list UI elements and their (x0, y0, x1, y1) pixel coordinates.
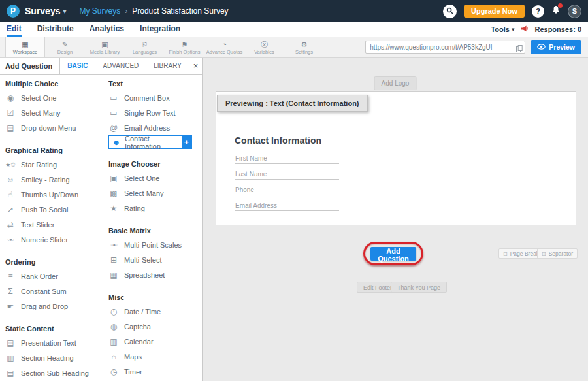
add-question-sidebar: Add Question BASICADVANCEDLIBRARY × Mult… (0, 58, 203, 381)
upgrade-now-button[interactable]: Upgrade Now (464, 5, 525, 18)
sidebar-tab-library[interactable]: LIBRARY (146, 58, 189, 74)
breadcrumb-my-surveys[interactable]: My Surveys (80, 7, 121, 16)
question-type-select-many[interactable]: ▩Select Many (108, 186, 201, 201)
question-type-multi-point-scales[interactable]: ○●○Multi-Point Scales (108, 237, 201, 252)
question-type-star-rating[interactable]: ★✩Star Rating (5, 157, 108, 172)
toolbar-tab-finish-options[interactable]: ⚑Finish Options (165, 37, 204, 57)
question-type-label: Captcha (124, 323, 151, 331)
nav-tab-distribute[interactable]: Distribute (37, 22, 74, 37)
question-type-rank-order[interactable]: ≡Rank Order (5, 269, 108, 284)
question-type-label: Text Slider (21, 221, 54, 229)
question-type-comment-box[interactable]: ▭Comment Box (108, 90, 201, 105)
add-selected-question-button[interactable]: + (182, 136, 191, 148)
section-subheading-icon: ▤ (5, 369, 16, 378)
help-button[interactable]: ? (532, 5, 544, 18)
workspace-toolbar: ▦Workspace✎Design▣Media Library⚐Language… (0, 37, 588, 58)
survey-url-input[interactable] (365, 41, 525, 54)
previewing-badge: Previewing : Text (Contact Information) (217, 95, 368, 112)
question-type-label: Single Row Text (124, 109, 176, 117)
sidebar-tabs: BASICADVANCEDLIBRARY (59, 58, 189, 74)
question-type-drag-and-drop[interactable]: ☛Drag and Drop (5, 299, 108, 314)
question-type-select-one[interactable]: ◉Select One (5, 90, 108, 105)
image-select-many-icon: ▩ (108, 189, 119, 198)
image-select-one-icon: ▣ (108, 174, 119, 183)
copy-link-icon[interactable] (516, 43, 523, 55)
question-type-label: Select One (21, 94, 56, 102)
question-type-presentation-text[interactable]: ▤Presentation Text (5, 335, 108, 350)
separator-button[interactable]: ⊞ Separator (537, 248, 578, 259)
question-type-select-many[interactable]: ☑Select Many (5, 105, 108, 120)
question-type-push-to-social[interactable]: ↗Push To Social (5, 202, 108, 217)
questionpro-logo[interactable]: P (7, 5, 20, 18)
question-type-label: Thumbs Up/Down (21, 191, 78, 199)
question-type-constant-sum[interactable]: ΣConstant Sum (5, 284, 108, 299)
question-type-thumbs-up-down[interactable]: ☝Thumbs Up/Down (5, 187, 108, 202)
question-type-contact-information[interactable]: ☻Contact Information+ (108, 135, 192, 149)
question-col-2: Text▭Comment Box▭Single Row Text@Email A… (108, 76, 201, 381)
question-type-text-slider[interactable]: ⇄Text Slider (5, 217, 108, 232)
toolbar-tab-advance-quotas[interactable]: ◔Advance Quotas (204, 37, 244, 57)
toolbar-tab-settings[interactable]: ⚙Settings (284, 37, 324, 57)
question-type-single-row-text[interactable]: ▭Single Row Text (108, 105, 201, 120)
calendar-icon: ▥ (108, 337, 119, 346)
nav-tab-analytics[interactable]: Analytics (90, 22, 124, 37)
question-type-drop-down-menu[interactable]: ▤Drop-down Menu (5, 120, 108, 135)
toolbar-tab-label: Variables (254, 49, 274, 55)
question-type-label: Push To Social (21, 206, 69, 214)
page-break-icon: ⊟ (503, 251, 508, 257)
question-type-maps[interactable]: ⌂Maps (108, 349, 201, 364)
toolbar-tab-variables[interactable]: ⓧVariables (244, 37, 284, 57)
question-type-label: Drop-down Menu (21, 124, 76, 132)
toolbar-tab-languages[interactable]: ⚐Languages (125, 37, 165, 57)
surveys-menu[interactable]: Surveys ▾ (25, 6, 67, 16)
field-last-name[interactable]: Last Name (235, 171, 339, 180)
multi-point-scales-icon: ○●○ (108, 240, 119, 250)
contact-person-icon: ☻ (111, 138, 122, 147)
field-phone[interactable]: Phone (235, 186, 339, 195)
close-sidebar-button[interactable]: × (189, 58, 202, 74)
nav-tab-edit[interactable]: Edit (7, 22, 22, 37)
field-first-name[interactable]: First Name (235, 155, 339, 164)
chevron-down-icon: ▾ (63, 8, 66, 15)
question-type-label: Calendar (124, 338, 154, 346)
preview-button[interactable]: Preview (531, 40, 581, 54)
question-type-spreadsheet[interactable]: ▦Spreadsheet (108, 267, 201, 282)
notifications-button[interactable] (551, 5, 561, 17)
question-type-section-heading[interactable]: ▥Section Heading (5, 350, 108, 365)
toolbar-tab-label: Workspace (13, 49, 37, 55)
question-type-date-time[interactable]: ◴Date / Time (108, 304, 201, 319)
field-email-address[interactable]: Email Address (235, 202, 339, 211)
section-heading-icon: ▥ (5, 354, 16, 363)
question-type-label: Select One (124, 174, 159, 182)
text-slider-icon: ⇄ (5, 220, 16, 229)
avatar[interactable]: S (568, 5, 581, 18)
tools-menu[interactable]: Tools ▾ (491, 25, 514, 33)
add-logo-button[interactable]: Add Logo (374, 76, 417, 90)
question-type-timer[interactable]: ◷Timer (108, 364, 201, 379)
question-type-section-sub-heading[interactable]: ▤Section Sub-Heading (5, 365, 108, 380)
announcements-icon[interactable] (521, 25, 528, 33)
toolbar-tab-workspace[interactable]: ▦Workspace (5, 37, 45, 57)
sidebar-title: Add Question (0, 58, 59, 74)
question-type-select-one[interactable]: ▣Select One (108, 171, 201, 186)
question-type-captcha[interactable]: ◍Captcha (108, 319, 201, 334)
sidebar-tab-advanced[interactable]: ADVANCED (95, 58, 146, 74)
question-type-email-address[interactable]: @Email Address (108, 120, 201, 135)
search-button[interactable] (443, 5, 457, 18)
question-type-rating[interactable]: ★Rating (108, 201, 201, 216)
toolbar-tab-media-library[interactable]: ▣Media Library (85, 37, 125, 57)
star-rating-icon: ★✩ (5, 160, 16, 169)
sidebar-tab-basic[interactable]: BASIC (59, 58, 95, 74)
question-type-calendar[interactable]: ▥Calendar (108, 334, 201, 349)
question-type-label: Numeric Slider (21, 236, 68, 244)
question-type-smiley-rating[interactable]: ☺Smiley - Rating (5, 172, 108, 187)
add-question-button[interactable]: Add Question (370, 247, 416, 261)
toolbar-tab-design[interactable]: ✎Design (45, 37, 85, 57)
nav-tab-integration[interactable]: Integration (140, 22, 180, 37)
question-type-numeric-slider[interactable]: ○●○Numeric Slider (5, 232, 108, 247)
thank-you-page-button[interactable]: Thank You Page (391, 282, 447, 293)
question-type-multi-select[interactable]: ⊞Multi-Select (108, 252, 201, 267)
captcha-icon: ◍ (108, 322, 119, 331)
question-group-heading: Image Chooser (108, 156, 201, 171)
responses-count[interactable]: Responses: 0 (534, 25, 581, 33)
